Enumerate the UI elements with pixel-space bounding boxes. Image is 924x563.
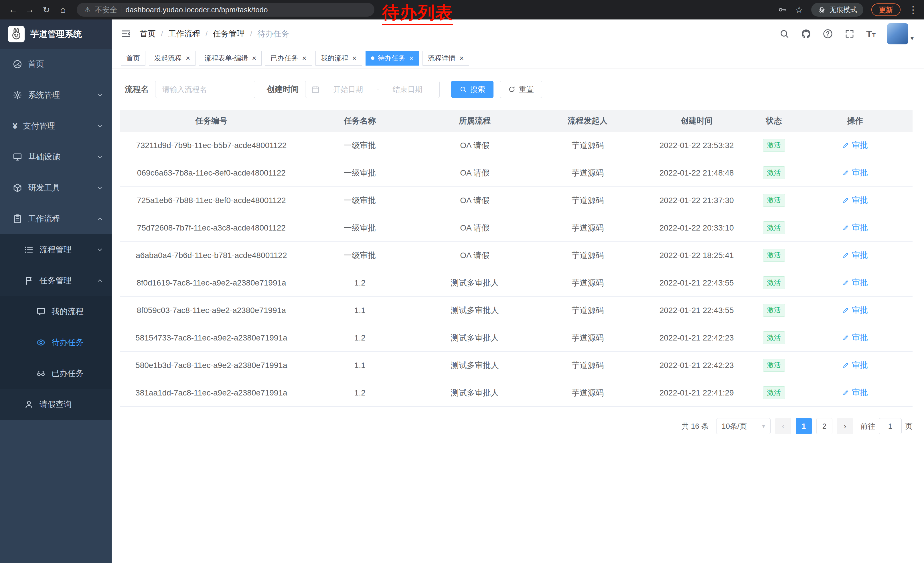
tab-home[interactable]: 首页 <box>121 51 146 66</box>
cell-task-id: 75d72608-7b7f-11ec-a3c8-acde48001122 <box>120 224 303 233</box>
tab-done-task[interactable]: 已办任务× <box>265 51 312 66</box>
process-name-input[interactable] <box>155 81 255 98</box>
chevron-down-icon <box>96 246 104 254</box>
header-actions: TT ▾ <box>779 23 914 44</box>
approve-link[interactable]: 审批 <box>842 387 868 398</box>
update-button[interactable]: 更新 <box>872 3 900 16</box>
close-icon[interactable]: × <box>302 54 306 62</box>
cell-status: 激活 <box>750 304 798 317</box>
cell-process-name: 测试多审批人 <box>417 278 532 288</box>
status-badge: 激活 <box>763 359 785 372</box>
sidebar-item-done-task[interactable]: 已办任务 <box>0 358 112 389</box>
breadcrumb-separator: / <box>250 29 252 38</box>
next-page-button[interactable]: › <box>837 418 853 434</box>
avatar-image <box>887 23 908 44</box>
approve-link[interactable]: 审批 <box>842 140 868 151</box>
sidebar-item-workflow[interactable]: 工作流程 <box>0 203 112 234</box>
font-size-icon[interactable]: TT <box>866 29 876 39</box>
sidebar-item-leave-query[interactable]: 请假查询 <box>0 389 112 420</box>
close-icon[interactable]: × <box>410 54 414 62</box>
key-icon[interactable] <box>778 5 787 14</box>
table-row: 73211d9d-7b9b-11ec-b5b7-acde48001122一级审批… <box>120 132 912 159</box>
sidebar-item-dev-tools[interactable]: 研发工具 <box>0 173 112 203</box>
browser-toolbar-right: ☆ 无痕模式 更新 ⋮ <box>778 3 918 17</box>
address-bar[interactable]: ⚠ 不安全 dashboard.yudao.iocoder.cn/bpm/tas… <box>77 3 374 17</box>
breadcrumb-item[interactable]: 任务管理 <box>213 29 245 39</box>
sidebar-item-label: 请假查询 <box>39 399 72 410</box>
tab-label: 待办任务 <box>378 54 405 63</box>
approve-link[interactable]: 审批 <box>842 332 868 343</box>
close-icon[interactable]: × <box>459 54 464 62</box>
fullscreen-icon[interactable] <box>844 29 855 39</box>
search-button[interactable]: 搜索 <box>451 81 494 98</box>
sidebar-item-label: 流程管理 <box>39 244 72 255</box>
date-range-picker[interactable]: 开始日期 - 结束日期 <box>305 81 440 98</box>
breadcrumb-item[interactable]: 首页 <box>140 29 156 39</box>
pencil-icon <box>842 389 850 396</box>
help-icon[interactable] <box>823 29 833 39</box>
page-size-select[interactable]: 10条/页 ▾ <box>716 418 771 434</box>
tab-label: 已办任务 <box>270 54 298 63</box>
browser-back-icon[interactable]: ← <box>6 3 20 17</box>
breadcrumb-separator: / <box>161 29 163 38</box>
user-avatar[interactable]: ▾ <box>887 23 914 44</box>
reset-button[interactable]: 重置 <box>500 81 542 98</box>
page-button-1[interactable]: 1 <box>796 418 812 434</box>
sidebar-item-task-management[interactable]: 任务管理 <box>0 265 112 296</box>
close-icon[interactable]: × <box>186 54 190 62</box>
monitor-icon <box>13 152 22 162</box>
bookmark-star-icon[interactable]: ☆ <box>795 4 803 15</box>
approve-label: 审批 <box>852 167 868 178</box>
sidebar-item-system-management[interactable]: 系统管理 <box>0 80 112 111</box>
approve-link[interactable]: 审批 <box>842 167 868 178</box>
approve-link[interactable]: 审批 <box>842 250 868 261</box>
sidebar-item-process-management[interactable]: 流程管理 <box>0 234 112 265</box>
browser-home-icon[interactable]: ⌂ <box>56 3 70 17</box>
status-badge: 激活 <box>763 276 785 289</box>
sidebar-item-home[interactable]: 首页 <box>0 49 112 80</box>
cell-actions: 审批 <box>798 360 912 371</box>
close-icon[interactable]: × <box>352 54 357 62</box>
close-icon[interactable]: × <box>252 54 256 62</box>
url-text: dashboard.yudao.iocoder.cn/bpm/task/todo <box>125 6 268 14</box>
pencil-icon <box>842 334 850 341</box>
table-row: 069c6a63-7b8a-11ec-8ef0-acde48001122一级审批… <box>120 159 912 187</box>
page-button-2[interactable]: 2 <box>816 418 832 434</box>
tab-my-process[interactable]: 我的流程× <box>315 51 362 66</box>
goto-page: 前往 页 <box>861 418 912 434</box>
cell-create-time: 2022-01-22 18:25:41 <box>643 251 750 260</box>
yen-icon: ¥ <box>13 121 18 131</box>
browser-forward-icon[interactable]: → <box>23 3 37 17</box>
approve-link[interactable]: 审批 <box>842 222 868 233</box>
goto-page-input[interactable] <box>879 418 902 434</box>
breadcrumb-item[interactable]: 工作流程 <box>168 29 200 39</box>
tab-process-form-edit[interactable]: 流程表单-编辑× <box>199 51 262 66</box>
github-icon[interactable] <box>801 29 811 39</box>
prev-page-button[interactable]: ‹ <box>775 418 791 434</box>
table-header: 任务编号任务名称所属流程流程发起人创建时间状态操作 <box>120 110 912 132</box>
sidebar-item-my-process[interactable]: 我的流程 <box>0 296 112 327</box>
tab-todo-task[interactable]: 待办任务× <box>366 51 419 66</box>
page-content: 流程名 创建时间 开始日期 - 结束日期 <box>112 68 924 563</box>
approve-link[interactable]: 审批 <box>842 277 868 288</box>
tab-process-detail[interactable]: 流程详情× <box>423 51 469 66</box>
table-row: 8f059c03-7ac8-11ec-a9e2-a2380e71991a1.1测… <box>120 297 912 324</box>
sidebar-item-payment-management[interactable]: ¥支付管理 <box>0 111 112 141</box>
sidebar-item-todo-task[interactable]: 待办任务 <box>0 327 112 358</box>
browser-menu-icon[interactable]: ⋮ <box>909 4 918 15</box>
cell-actions: 审批 <box>798 222 912 233</box>
tab-start-process[interactable]: 发起流程× <box>149 51 195 66</box>
sidebar-toggle-icon[interactable] <box>120 28 132 39</box>
refresh-icon <box>508 86 516 93</box>
calendar-icon <box>311 85 320 94</box>
browser-reload-icon[interactable]: ↻ <box>39 3 53 17</box>
approve-link[interactable]: 审批 <box>842 195 868 206</box>
cell-task-id: 8f059c03-7ac8-11ec-a9e2-a2380e71991a <box>120 306 303 315</box>
caret-down-icon: ▾ <box>910 35 914 44</box>
sidebar-item-infrastructure[interactable]: 基础设施 <box>0 141 112 173</box>
table-body: 73211d9d-7b9b-11ec-b5b7-acde48001122一级审批… <box>120 132 912 407</box>
incognito-badge: 无痕模式 <box>811 3 863 17</box>
search-icon[interactable] <box>779 29 789 39</box>
approve-link[interactable]: 审批 <box>842 305 868 315</box>
approve-link[interactable]: 审批 <box>842 360 868 371</box>
